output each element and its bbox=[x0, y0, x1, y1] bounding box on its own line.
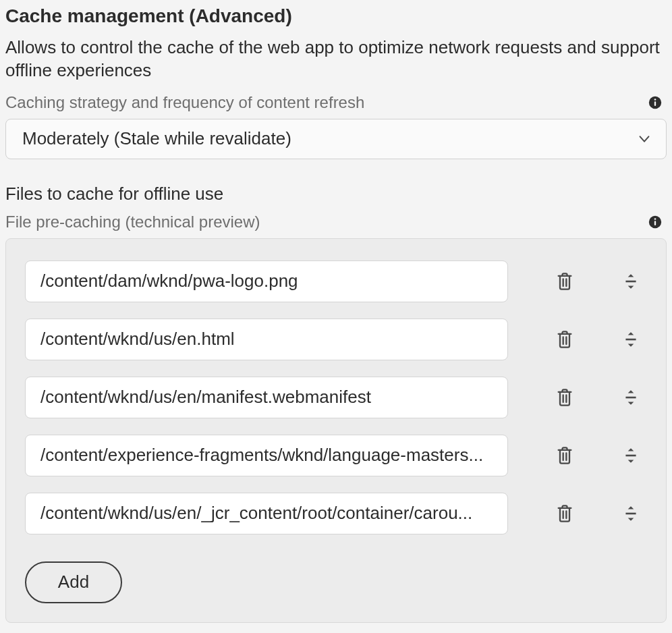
section-title: Cache management (Advanced) bbox=[5, 5, 667, 27]
reorder-icon bbox=[622, 329, 640, 350]
file-row: /content/dam/wknd/pwa-logo.png bbox=[25, 260, 647, 302]
trash-icon bbox=[555, 503, 574, 524]
strategy-selected-value: Moderately (Stale while revalidate) bbox=[22, 128, 291, 149]
strategy-label-row: Caching strategy and frequency of conten… bbox=[5, 93, 667, 112]
file-path-input[interactable]: /content/wknd/us/en/manifest.webmanifest bbox=[25, 377, 508, 418]
add-button[interactable]: Add bbox=[25, 561, 122, 603]
delete-button[interactable] bbox=[553, 269, 577, 294]
precache-label-row: File pre-caching (technical preview) bbox=[5, 213, 667, 231]
trash-icon bbox=[555, 329, 574, 350]
reorder-button[interactable] bbox=[619, 327, 643, 352]
reorder-icon bbox=[622, 387, 640, 408]
file-row: /content/experience-fragments/wknd/langu… bbox=[25, 435, 647, 476]
section-description: Allows to control the cache of the web a… bbox=[5, 36, 667, 82]
info-icon[interactable] bbox=[648, 215, 663, 229]
reorder-button[interactable] bbox=[619, 443, 643, 468]
file-path-input[interactable]: /content/wknd/us/en.html bbox=[25, 319, 508, 360]
reorder-button[interactable] bbox=[619, 385, 643, 410]
strategy-select-wrap: Moderately (Stale while revalidate) bbox=[5, 119, 667, 159]
reorder-icon bbox=[622, 271, 640, 292]
file-row: /content/wknd/us/en.html bbox=[25, 319, 647, 360]
reorder-icon bbox=[622, 503, 640, 524]
file-path-input[interactable]: /content/wknd/us/en/_jcr_content/root/co… bbox=[25, 493, 508, 534]
precache-panel: /content/dam/wknd/pwa-logo.png/content/w… bbox=[5, 238, 667, 623]
file-row: /content/wknd/us/en/manifest.webmanifest bbox=[25, 377, 647, 418]
strategy-label: Caching strategy and frequency of conten… bbox=[5, 93, 364, 112]
file-row: /content/wknd/us/en/_jcr_content/root/co… bbox=[25, 493, 647, 534]
offline-title: Files to cache for offline use bbox=[5, 184, 667, 204]
row-actions bbox=[513, 327, 647, 352]
reorder-icon bbox=[622, 445, 640, 466]
delete-button[interactable] bbox=[553, 327, 577, 352]
trash-icon bbox=[555, 387, 574, 408]
row-actions bbox=[513, 501, 647, 526]
row-actions bbox=[513, 385, 647, 410]
row-actions bbox=[513, 269, 647, 294]
reorder-button[interactable] bbox=[619, 269, 643, 294]
reorder-button[interactable] bbox=[619, 501, 643, 526]
delete-button[interactable] bbox=[553, 385, 577, 410]
file-path-input[interactable]: /content/experience-fragments/wknd/langu… bbox=[25, 435, 508, 476]
delete-button[interactable] bbox=[553, 443, 577, 468]
info-icon[interactable] bbox=[648, 95, 663, 110]
trash-icon bbox=[555, 271, 574, 292]
delete-button[interactable] bbox=[553, 501, 577, 526]
precache-label: File pre-caching (technical preview) bbox=[5, 213, 260, 231]
file-path-input[interactable]: /content/dam/wknd/pwa-logo.png bbox=[25, 260, 508, 302]
row-actions bbox=[513, 443, 647, 468]
trash-icon bbox=[555, 445, 574, 466]
cache-management-panel: Cache management (Advanced) Allows to co… bbox=[0, 0, 672, 623]
strategy-select[interactable]: Moderately (Stale while revalidate) bbox=[5, 119, 667, 159]
